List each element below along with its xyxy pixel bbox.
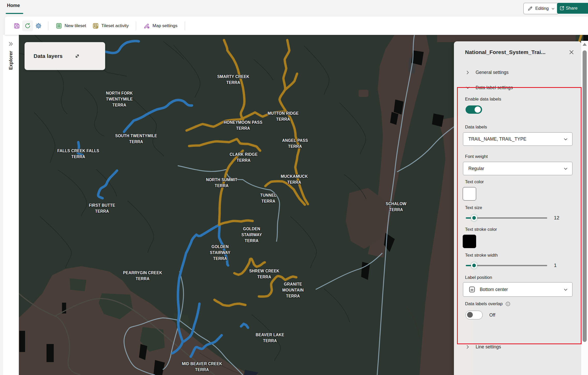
data-labels-dropdown[interactable]: TRAIL_NAME, TRAIL_TYPE — [463, 132, 572, 146]
scrollbar-up-arrow-icon[interactable] — [583, 43, 587, 46]
map-label: FALLS CREEK FALLSTERRA — [57, 148, 99, 160]
chevron-down-icon — [563, 166, 568, 171]
map-label: MUTTON RIDGETERRA — [268, 110, 299, 122]
label-position-dropdown[interactable]: Bottom center — [463, 282, 572, 297]
general-settings-label: General settings — [476, 70, 508, 75]
toggle-knob — [467, 312, 473, 318]
text-stroke-width-value: 1 — [554, 263, 563, 268]
map-label: FIRST BUTTETERRA — [89, 202, 115, 214]
close-panel-icon[interactable] — [568, 49, 575, 56]
font-weight-label: Font weight — [465, 154, 581, 159]
map-label: TUNNELTERRA — [260, 192, 276, 204]
section-data-label-settings[interactable]: Data label settings — [466, 85, 581, 90]
label-position-icon — [468, 286, 476, 293]
scrollbar-thumb[interactable] — [583, 50, 587, 342]
map-label: CLARK RIDGETERRA — [230, 151, 258, 163]
text-color-swatch[interactable] — [463, 187, 476, 201]
layer-settings-panel: National_Forest_System_Trai... General s… — [454, 41, 581, 375]
share-icon — [559, 5, 565, 11]
map-label: HONEYMOON PASSTERRA — [224, 119, 262, 131]
panel-scrollbar[interactable] — [581, 41, 588, 375]
tileset-grid-icon — [56, 22, 62, 29]
editing-mode-button[interactable]: Editing — [523, 3, 559, 14]
text-color-label: Text color — [465, 179, 581, 185]
toolbar-divider — [136, 21, 136, 30]
toggle-knob — [475, 106, 481, 113]
editing-label: Editing — [535, 6, 549, 11]
panel-title: National_Forest_System_Trai... — [465, 49, 546, 55]
slider-track — [466, 265, 547, 266]
app-window: Home Editing Share — [0, 0, 588, 375]
map-settings-button[interactable]: Map settings — [140, 20, 180, 32]
map-label: GRANITEMOUNTAINTERRA — [282, 281, 304, 299]
map-label: SOUTH TWENTYMILETERRA — [115, 133, 157, 145]
chevron-right-icon — [466, 70, 470, 75]
chevron-right-icon — [466, 345, 470, 349]
data-layers-label: Data layers — [34, 53, 63, 59]
map-label: GOLDENSTAIRWAYTERRA — [210, 244, 230, 262]
map-label: BEAVER LAKETERRA — [256, 332, 284, 344]
line-settings-label: Line settings — [476, 344, 501, 350]
explorer-collapsed-panel: Explorer — [3, 35, 19, 375]
map-label: MID BEAVER CREEKTERRA — [182, 361, 222, 373]
toolbar: New tileset Tileset activity Map setting… — [5, 17, 588, 35]
save-button[interactable] — [11, 20, 22, 31]
data-layers-panel-button[interactable]: Data layers — [25, 42, 105, 70]
tab-home[interactable]: Home — [7, 3, 20, 8]
map-settings-icon — [143, 22, 150, 29]
data-label-settings-label: Data label settings — [476, 85, 513, 90]
expand-explorer-icon[interactable] — [7, 41, 14, 47]
slider-thumb[interactable] — [471, 263, 477, 268]
map-label: SMARTY CREEKTERRA — [217, 74, 250, 86]
active-tab-underline — [6, 13, 23, 14]
enable-data-labels-toggle[interactable] — [466, 105, 482, 114]
font-weight-value: Regular — [468, 166, 484, 171]
section-line-settings[interactable]: Line settings — [466, 344, 581, 350]
data-labels-overlap-label: Data labels overlap — [465, 301, 503, 307]
map-label: PEARRYGIN CREEKTERRA — [123, 270, 162, 282]
chevron-down-icon — [563, 137, 568, 142]
slider-track — [466, 217, 547, 219]
map-label: NORTH SUMMITTERRA — [206, 177, 237, 189]
map-label: GOLDENSTAIRWAYTERRA — [241, 226, 262, 244]
label-position-value: Bottom center — [480, 287, 508, 292]
chevron-down-icon — [551, 7, 555, 11]
chevron-down-icon — [563, 287, 568, 292]
toolbar-divider — [185, 21, 185, 30]
map-label: MUCKAMUCKTERRA — [281, 173, 308, 185]
text-stroke-width-label: Text stroke width — [465, 253, 581, 258]
new-tileset-label: New tileset — [65, 23, 86, 28]
data-labels-value: TRAIL_NAME, TRAIL_TYPE — [468, 136, 526, 142]
text-stroke-color-label: Text stroke color — [465, 227, 581, 232]
text-size-value: 12 — [554, 215, 563, 221]
tab-bar: Home Editing Share — [0, 0, 588, 17]
tileset-activity-label: Tileset activity — [101, 23, 129, 28]
overlap-state-label: Off — [489, 312, 495, 318]
label-position-label: Label position — [465, 275, 581, 280]
text-stroke-width-slider[interactable] — [466, 262, 547, 269]
map-label: SHREW CREEKTERRA — [249, 268, 279, 280]
font-weight-dropdown[interactable]: Regular — [463, 162, 572, 175]
explorer-label: Explorer — [8, 51, 14, 85]
toolbar-divider — [48, 21, 48, 30]
slider-thumb[interactable] — [471, 215, 477, 221]
info-icon[interactable] — [505, 301, 510, 307]
data-labels-overlap-toggle[interactable] — [466, 311, 483, 319]
settings-gear-button[interactable] — [33, 20, 44, 31]
map-label: ANGEL PASSTERRA — [282, 137, 308, 149]
expand-diagonal-icon — [74, 53, 81, 59]
refresh-button[interactable] — [22, 20, 33, 31]
text-stroke-color-swatch[interactable] — [463, 235, 476, 248]
pencil-icon — [527, 6, 533, 11]
text-size-label: Text size — [465, 205, 581, 210]
tileset-activity-icon — [92, 22, 99, 29]
content-area: Explorer — [0, 35, 588, 375]
map-label: SCHALOWTERRA — [386, 201, 407, 213]
enable-data-labels-label: Enable data labels — [465, 97, 581, 102]
share-label: Share — [566, 6, 577, 11]
new-tileset-button[interactable]: New tileset — [52, 20, 89, 32]
text-size-slider[interactable] — [466, 215, 547, 221]
section-general-settings[interactable]: General settings — [466, 70, 581, 75]
tileset-activity-button[interactable]: Tileset activity — [89, 20, 132, 32]
share-button[interactable]: Share — [557, 3, 588, 14]
